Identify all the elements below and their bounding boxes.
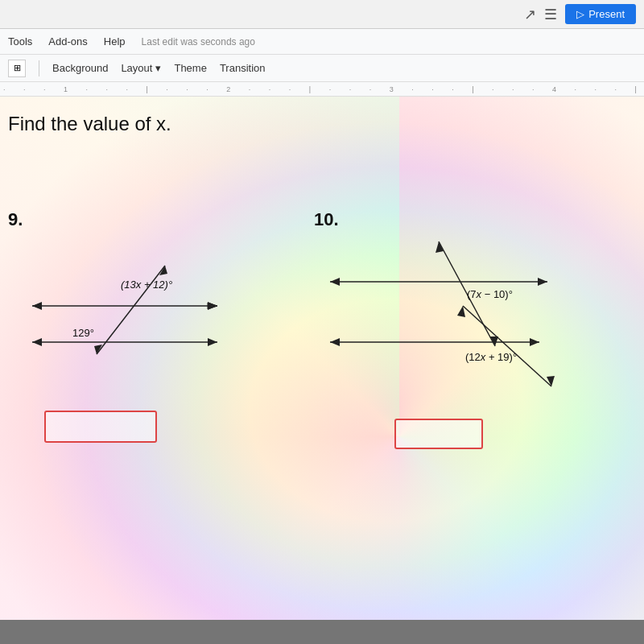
angle1-p10-label: (7x − 10)°	[467, 288, 513, 300]
toolbar-transition[interactable]: Transition	[220, 62, 266, 74]
slide-area: Find the value of x. 9. 10.	[0, 97, 644, 620]
slide-title: Find the value of x.	[8, 113, 171, 135]
trend-icon-button[interactable]: ↗	[524, 6, 536, 23]
menu-help[interactable]: Help	[104, 35, 126, 47]
layout-label: Layout	[121, 62, 152, 74]
answer-box-10[interactable]	[394, 419, 483, 449]
problem-9-diagram: (13x + 12)° 129°	[24, 217, 274, 402]
ruler-marks: · · · 1 · · · | · · · 2 · · · | · · · 3 …	[0, 85, 644, 93]
menu-tools[interactable]: Tools	[8, 35, 32, 47]
problem-10-diagram: (7x − 10)° (12x + 19)°	[322, 217, 588, 402]
problem-9-svg: (13x + 12)° 129°	[24, 217, 266, 394]
toolbar-image-icon[interactable]: ⊞	[8, 60, 26, 77]
right-arrowhead-lower	[208, 338, 217, 346]
right-arrowhead-upper	[208, 302, 217, 310]
right-arrowhead-p10-lower	[530, 338, 539, 346]
top-bar-right: ↗ ☰ ▷ Present	[524, 4, 636, 24]
left-arrowhead-p10-lower	[330, 338, 340, 346]
menu-bar: Tools Add-ons Help Last edit was seconds…	[0, 29, 644, 55]
left-arrowhead-lower	[32, 338, 42, 346]
present-icon: ▷	[576, 8, 584, 20]
slide-content: Find the value of x. 9. 10.	[0, 97, 644, 620]
ruler: · · · 1 · · · | · · · 2 · · · | · · · 3 …	[0, 82, 644, 97]
angle2-p10-label: (12x + 19)°	[465, 351, 517, 363]
answer-box-9[interactable]	[44, 411, 157, 443]
angle2-label: 129°	[72, 327, 94, 339]
bottom-bar	[0, 620, 644, 644]
toolbar-background[interactable]: Background	[52, 62, 108, 74]
problem-10-svg: (7x − 10)° (12x + 19)°	[322, 217, 580, 402]
left-arrowhead-upper	[32, 302, 42, 310]
image-icon: ⊞	[14, 63, 21, 73]
menu-addons[interactable]: Add-ons	[48, 35, 87, 47]
present-label: Present	[588, 8, 625, 20]
toolbar-separator-1	[39, 60, 39, 76]
right-arrowhead-p10-upper	[538, 278, 547, 286]
toolbar: ⊞ Background Layout ▾ Theme Transition	[0, 55, 644, 82]
last-edit-status: Last edit was seconds ago	[142, 36, 255, 47]
top-bar: ↗ ☰ ▷ Present	[0, 0, 644, 29]
angle1-label: (13x + 12)°	[121, 279, 172, 291]
svg-line-6	[463, 306, 551, 386]
comment-icon-button[interactable]: ☰	[544, 6, 557, 23]
layout-arrow-icon: ▾	[155, 62, 161, 74]
present-button[interactable]: ▷ Present	[565, 4, 636, 24]
lower-cross-arrow-bot	[547, 376, 555, 386]
left-arrowhead-p10-upper	[330, 278, 340, 286]
toolbar-layout[interactable]: Layout ▾	[121, 62, 161, 74]
problem-9-label: 9.	[8, 209, 23, 230]
toolbar-theme[interactable]: Theme	[174, 62, 206, 74]
